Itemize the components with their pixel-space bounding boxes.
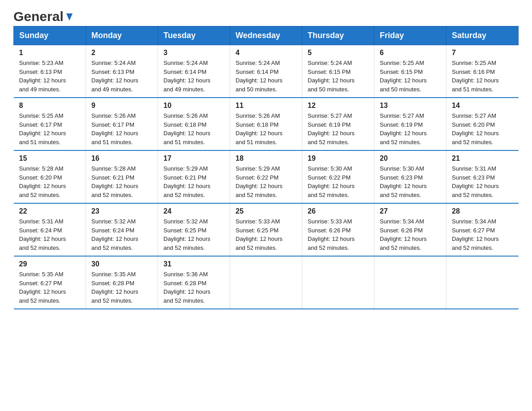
day-info: Sunrise: 5:36 AMSunset: 6:28 PMDaylight:… xyxy=(163,270,224,305)
calendar-cell: 23 Sunrise: 5:32 AMSunset: 6:24 PMDaylig… xyxy=(86,203,158,256)
day-number: 23 xyxy=(91,207,152,215)
day-number: 8 xyxy=(19,102,81,110)
day-info: Sunrise: 5:27 AMSunset: 6:19 PMDaylight:… xyxy=(380,111,441,146)
calendar-cell: 12 Sunrise: 5:27 AMSunset: 6:19 PMDaylig… xyxy=(302,98,374,150)
calendar-header: SundayMondayTuesdayWednesdayThursdayFrid… xyxy=(14,26,519,45)
calendar-week-1: 1 Sunrise: 5:23 AMSunset: 6:13 PMDayligh… xyxy=(14,45,519,98)
day-info: Sunrise: 5:32 AMSunset: 6:25 PMDaylight:… xyxy=(163,217,224,252)
calendar-cell: 3 Sunrise: 5:24 AMSunset: 6:14 PMDayligh… xyxy=(158,45,230,98)
day-info: Sunrise: 5:26 AMSunset: 6:18 PMDaylight:… xyxy=(236,111,296,146)
day-number: 11 xyxy=(236,102,296,110)
calendar-cell: 25 Sunrise: 5:33 AMSunset: 6:25 PMDaylig… xyxy=(230,203,302,256)
header-cell-thursday: Thursday xyxy=(302,26,374,45)
calendar-cell: 19 Sunrise: 5:30 AMSunset: 6:22 PMDaylig… xyxy=(302,150,374,203)
day-info: Sunrise: 5:26 AMSunset: 6:18 PMDaylight:… xyxy=(163,111,224,146)
calendar-cell: 10 Sunrise: 5:26 AMSunset: 6:18 PMDaylig… xyxy=(158,98,230,150)
day-number: 10 xyxy=(163,102,224,110)
calendar-cell: 15 Sunrise: 5:28 AMSunset: 6:20 PMDaylig… xyxy=(14,150,86,203)
header-row: SundayMondayTuesdayWednesdayThursdayFrid… xyxy=(14,26,519,45)
logo-triangle-icon xyxy=(64,12,74,21)
day-info: Sunrise: 5:29 AMSunset: 6:22 PMDaylight:… xyxy=(236,164,296,199)
calendar-body: 1 Sunrise: 5:23 AMSunset: 6:13 PMDayligh… xyxy=(14,45,519,309)
day-number: 16 xyxy=(91,154,152,163)
header-cell-saturday: Saturday xyxy=(446,26,519,45)
calendar-cell: 22 Sunrise: 5:31 AMSunset: 6:24 PMDaylig… xyxy=(14,203,86,256)
logo: General xyxy=(13,9,74,21)
calendar-week-5: 29 Sunrise: 5:35 AMSunset: 6:27 PMDaylig… xyxy=(14,256,519,309)
day-info: Sunrise: 5:24 AMSunset: 6:14 PMDaylight:… xyxy=(163,59,224,94)
calendar-cell: 1 Sunrise: 5:23 AMSunset: 6:13 PMDayligh… xyxy=(14,45,86,98)
day-number: 13 xyxy=(380,102,441,110)
day-info: Sunrise: 5:31 AMSunset: 6:23 PMDaylight:… xyxy=(452,164,513,199)
day-number: 26 xyxy=(308,207,369,215)
day-info: Sunrise: 5:35 AMSunset: 6:27 PMDaylight:… xyxy=(19,270,81,305)
day-info: Sunrise: 5:33 AMSunset: 6:25 PMDaylight:… xyxy=(236,217,296,252)
calendar-cell: 18 Sunrise: 5:29 AMSunset: 6:22 PMDaylig… xyxy=(230,150,302,203)
calendar-cell: 21 Sunrise: 5:31 AMSunset: 6:23 PMDaylig… xyxy=(446,150,519,203)
day-info: Sunrise: 5:24 AMSunset: 6:13 PMDaylight:… xyxy=(91,59,152,94)
day-number: 2 xyxy=(91,49,152,57)
day-info: Sunrise: 5:24 AMSunset: 6:15 PMDaylight:… xyxy=(308,59,369,94)
day-number: 22 xyxy=(19,207,81,215)
svg-marker-0 xyxy=(66,13,73,21)
page-header: General xyxy=(13,9,519,21)
calendar-cell: 5 Sunrise: 5:24 AMSunset: 6:15 PMDayligh… xyxy=(302,45,374,98)
day-info: Sunrise: 5:25 AMSunset: 6:17 PMDaylight:… xyxy=(19,111,81,146)
day-info: Sunrise: 5:24 AMSunset: 6:14 PMDaylight:… xyxy=(236,59,296,94)
header-cell-friday: Friday xyxy=(374,26,446,45)
day-info: Sunrise: 5:34 AMSunset: 6:27 PMDaylight:… xyxy=(452,217,513,252)
header-cell-wednesday: Wednesday xyxy=(230,26,302,45)
logo-general: General xyxy=(13,9,64,24)
calendar-cell: 28 Sunrise: 5:34 AMSunset: 6:27 PMDaylig… xyxy=(446,203,519,256)
day-number: 18 xyxy=(236,154,296,163)
header-cell-sunday: Sunday xyxy=(14,26,86,45)
calendar-cell: 29 Sunrise: 5:35 AMSunset: 6:27 PMDaylig… xyxy=(14,256,86,309)
calendar-cell: 17 Sunrise: 5:29 AMSunset: 6:21 PMDaylig… xyxy=(158,150,230,203)
day-number: 7 xyxy=(452,49,513,57)
calendar-cell: 2 Sunrise: 5:24 AMSunset: 6:13 PMDayligh… xyxy=(86,45,158,98)
calendar-cell: 7 Sunrise: 5:25 AMSunset: 6:16 PMDayligh… xyxy=(446,45,519,98)
day-info: Sunrise: 5:34 AMSunset: 6:26 PMDaylight:… xyxy=(380,217,441,252)
calendar-cell: 11 Sunrise: 5:26 AMSunset: 6:18 PMDaylig… xyxy=(230,98,302,150)
day-number: 9 xyxy=(91,102,152,110)
calendar-cell: 30 Sunrise: 5:35 AMSunset: 6:28 PMDaylig… xyxy=(86,256,158,309)
day-number: 25 xyxy=(236,207,296,215)
day-number: 24 xyxy=(163,207,224,215)
calendar-cell: 16 Sunrise: 5:28 AMSunset: 6:21 PMDaylig… xyxy=(86,150,158,203)
calendar-cell: 6 Sunrise: 5:25 AMSunset: 6:15 PMDayligh… xyxy=(374,45,446,98)
day-info: Sunrise: 5:23 AMSunset: 6:13 PMDaylight:… xyxy=(19,59,81,94)
calendar-cell xyxy=(302,256,374,309)
header-cell-monday: Monday xyxy=(86,26,158,45)
day-number: 19 xyxy=(308,154,369,163)
calendar-week-3: 15 Sunrise: 5:28 AMSunset: 6:20 PMDaylig… xyxy=(14,150,519,203)
day-number: 6 xyxy=(380,49,441,57)
day-info: Sunrise: 5:25 AMSunset: 6:16 PMDaylight:… xyxy=(452,59,513,94)
day-number: 4 xyxy=(236,49,296,57)
day-number: 31 xyxy=(163,260,224,268)
calendar-cell: 31 Sunrise: 5:36 AMSunset: 6:28 PMDaylig… xyxy=(158,256,230,309)
day-number: 5 xyxy=(308,49,369,57)
day-number: 12 xyxy=(308,102,369,110)
calendar-cell: 20 Sunrise: 5:30 AMSunset: 6:23 PMDaylig… xyxy=(374,150,446,203)
calendar-cell: 9 Sunrise: 5:26 AMSunset: 6:17 PMDayligh… xyxy=(86,98,158,150)
day-number: 3 xyxy=(163,49,224,57)
day-number: 15 xyxy=(19,154,81,163)
day-info: Sunrise: 5:31 AMSunset: 6:24 PMDaylight:… xyxy=(19,217,81,252)
day-info: Sunrise: 5:25 AMSunset: 6:15 PMDaylight:… xyxy=(380,59,441,94)
calendar-week-2: 8 Sunrise: 5:25 AMSunset: 6:17 PMDayligh… xyxy=(14,98,519,150)
calendar-cell: 14 Sunrise: 5:27 AMSunset: 6:20 PMDaylig… xyxy=(446,98,519,150)
day-number: 14 xyxy=(452,102,513,110)
day-number: 28 xyxy=(452,207,513,215)
day-number: 29 xyxy=(19,260,81,268)
calendar-cell xyxy=(446,256,519,309)
calendar-week-4: 22 Sunrise: 5:31 AMSunset: 6:24 PMDaylig… xyxy=(14,203,519,256)
day-info: Sunrise: 5:28 AMSunset: 6:21 PMDaylight:… xyxy=(91,164,152,199)
calendar-table: SundayMondayTuesdayWednesdayThursdayFrid… xyxy=(13,26,519,309)
day-info: Sunrise: 5:33 AMSunset: 6:26 PMDaylight:… xyxy=(308,217,369,252)
day-info: Sunrise: 5:26 AMSunset: 6:17 PMDaylight:… xyxy=(91,111,152,146)
day-number: 30 xyxy=(91,260,152,268)
header-cell-tuesday: Tuesday xyxy=(158,26,230,45)
calendar-cell: 8 Sunrise: 5:25 AMSunset: 6:17 PMDayligh… xyxy=(14,98,86,150)
calendar-cell: 24 Sunrise: 5:32 AMSunset: 6:25 PMDaylig… xyxy=(158,203,230,256)
day-number: 20 xyxy=(380,154,441,163)
